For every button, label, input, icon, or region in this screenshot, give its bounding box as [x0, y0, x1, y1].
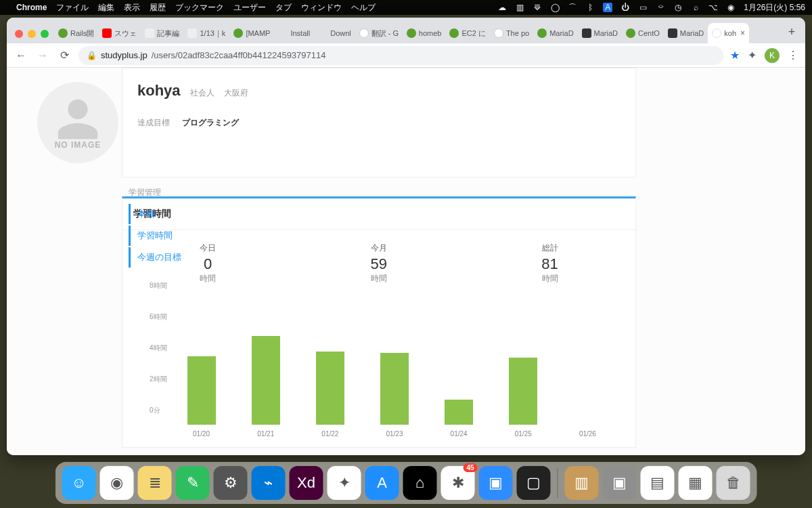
dock-app-pages[interactable]: ▤: [641, 466, 675, 500]
chrome-menu-button[interactable]: ⋮: [788, 49, 798, 62]
browser-tab[interactable]: koh×: [708, 23, 749, 43]
browser-tab[interactable]: MariaD: [578, 23, 622, 43]
browser-tab[interactable]: 1/13｜k: [183, 23, 229, 43]
menu-edit[interactable]: 編集: [98, 2, 114, 14]
back-button[interactable]: ←: [14, 49, 28, 62]
tab-label: 1/13｜k: [200, 28, 225, 39]
dock-app-k[interactable]: ⌂: [403, 466, 437, 500]
minimize-window-button[interactable]: [28, 30, 36, 38]
chart-bar[interactable]: [252, 336, 280, 425]
menu-history[interactable]: 履歴: [150, 2, 166, 14]
tab-favicon: [712, 28, 721, 38]
wifi-icon[interactable]: ⌔: [656, 3, 665, 12]
sidemenu-item-weekly-goal[interactable]: 今週の目標: [129, 247, 181, 268]
dock-app-settings[interactable]: ⚙: [214, 466, 248, 500]
dock-app-notes[interactable]: ≣: [138, 466, 172, 500]
bookmark-star-icon[interactable]: ★: [730, 49, 740, 62]
dock-app-preview[interactable]: ▣: [603, 466, 637, 500]
dock-app-zoom[interactable]: ▣: [479, 466, 513, 500]
control-center-icon[interactable]: ⌥: [708, 3, 718, 12]
browser-tab[interactable]: The po: [490, 23, 533, 43]
menu-help[interactable]: ヘルプ: [351, 2, 376, 14]
menu-file[interactable]: ファイル: [56, 2, 89, 14]
chart-bar[interactable]: [509, 358, 537, 425]
profile-avatar-large: NO IMAGE: [37, 82, 118, 163]
menubar-app[interactable]: Chrome: [16, 3, 47, 12]
profile-tag-region: 大阪府: [224, 87, 248, 99]
dock-app-vscode[interactable]: ⌁: [252, 466, 286, 500]
dock-app-freeform[interactable]: ✦: [328, 466, 361, 500]
ime-icon[interactable]: A: [603, 3, 612, 12]
macos-menubar: Chrome ファイル 編集 表示 履歴 ブックマーク ユーザー タブ ウィンド…: [0, 0, 812, 15]
dock-app-finder[interactable]: ☺: [62, 466, 96, 500]
dock-app-folder[interactable]: ▥: [565, 466, 599, 500]
menu-window[interactable]: ウィンドウ: [301, 2, 342, 14]
study-stat: 総計81時間: [541, 242, 558, 284]
tab-favicon: [407, 28, 416, 38]
browser-tab[interactable]: CentO: [622, 23, 664, 43]
tab-label: MariaD: [680, 29, 704, 37]
stat-value: 81: [541, 255, 558, 273]
browser-tab[interactable]: Install: [274, 23, 314, 43]
dock-app-trash[interactable]: 🗑: [717, 466, 750, 500]
menu-tab[interactable]: タブ: [275, 2, 292, 14]
dock-app-slack[interactable]: ✱45: [441, 466, 475, 500]
sidemenu-item-shelf[interactable]: 本棚: [129, 204, 181, 224]
menu-view[interactable]: 表示: [124, 2, 140, 14]
browser-tab[interactable]: MariaD: [533, 23, 577, 43]
browser-tab[interactable]: Downl: [314, 23, 355, 43]
sidemenu-item-studytime[interactable]: 学習時間: [129, 226, 181, 246]
chrome-window: Rails開スウェ記事編1/13｜k[MAMPInstallDownl翻訳 - …: [7, 18, 805, 455]
browser-tab[interactable]: スウェ: [98, 23, 141, 43]
chart-bar[interactable]: [316, 352, 344, 425]
chart-bar[interactable]: [187, 356, 216, 425]
browser-tab[interactable]: MariaD: [664, 23, 708, 43]
address-bar[interactable]: 🔒 studyplus.jp/users/02adf83c2caa4ff0b44…: [78, 46, 723, 65]
bluetooth-icon[interactable]: ᛒ: [585, 3, 595, 12]
browser-tab[interactable]: 記事編: [141, 23, 183, 43]
tab-label: [MAMP: [246, 29, 270, 37]
tab-close-icon[interactable]: ×: [740, 28, 745, 38]
chart-ytick: 2時間: [150, 375, 167, 384]
chart-bar-group: 01/25: [493, 358, 554, 438]
tab-favicon: [359, 28, 369, 38]
tab-favicon: [278, 28, 288, 38]
dock-app-term[interactable]: ▢: [517, 466, 551, 500]
cloud-icon[interactable]: ☁: [497, 3, 507, 12]
chart-bar[interactable]: [380, 353, 409, 425]
browser-tab[interactable]: [MAMP: [229, 23, 274, 43]
close-window-button[interactable]: [15, 30, 23, 38]
profile-avatar[interactable]: K: [765, 48, 780, 63]
dock-app-sheet[interactable]: ▦: [679, 466, 713, 500]
menu-bookmark[interactable]: ブックマーク: [175, 2, 224, 14]
dock-app-evernote[interactable]: ✎: [176, 466, 210, 500]
forward-button[interactable]: →: [35, 49, 50, 62]
siri-icon[interactable]: ◉: [726, 3, 736, 12]
reload-button[interactable]: ⟳: [57, 49, 72, 62]
chart-xtick: 01/25: [515, 430, 532, 438]
extensions-icon[interactable]: ✦: [748, 49, 757, 62]
dock-app-appstore[interactable]: A: [365, 466, 399, 500]
power-icon[interactable]: ⏻: [621, 3, 630, 12]
clipboard-icon[interactable]: ▥: [515, 3, 524, 12]
clock-icon[interactable]: ◷: [673, 3, 683, 12]
spotlight-icon[interactable]: ⌕: [691, 3, 700, 12]
circle-icon[interactable]: ◯: [550, 3, 560, 12]
browser-tab[interactable]: homeb: [403, 23, 446, 43]
browser-tab[interactable]: 翻訳 - G: [355, 23, 403, 43]
dock-app-xd[interactable]: Xd: [290, 466, 323, 500]
tab-strip: Rails開スウェ記事編1/13｜k[MAMPInstallDownl翻訳 - …: [7, 18, 805, 43]
new-tab-button[interactable]: +: [782, 25, 801, 43]
stat-label: 総計: [541, 242, 558, 254]
battery-icon[interactable]: ▭: [638, 3, 648, 12]
menu-user[interactable]: ユーザー: [233, 2, 266, 14]
zoom-window-button[interactable]: [41, 30, 49, 38]
browser-tab[interactable]: Rails開: [54, 23, 98, 43]
arc-icon[interactable]: ⌒: [568, 3, 577, 12]
browser-tab[interactable]: EC2 に: [445, 23, 489, 43]
download-icon[interactable]: ⟱: [533, 3, 542, 12]
tab-favicon: [102, 28, 112, 38]
menubar-clock[interactable]: 1月26日(火) 5:56: [744, 2, 805, 14]
chart-bar[interactable]: [445, 400, 473, 425]
dock-app-chrome[interactable]: ◉: [100, 466, 134, 500]
